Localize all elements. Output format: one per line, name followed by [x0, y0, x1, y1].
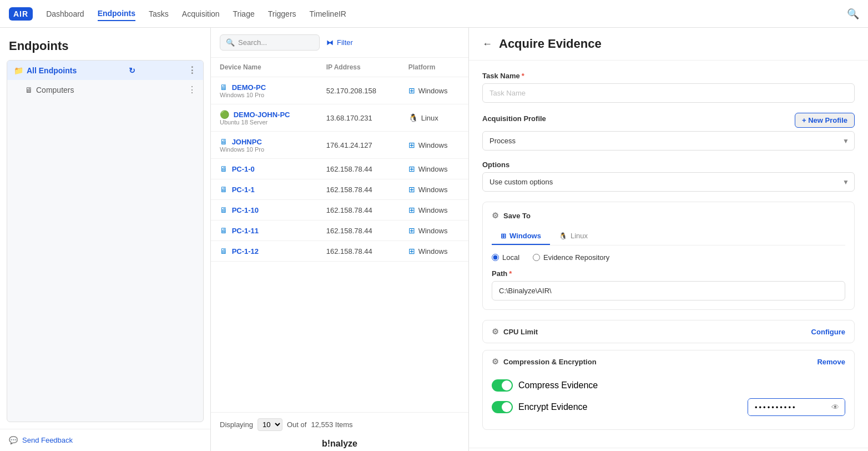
path-input[interactable] — [492, 281, 845, 300]
center-panel: 🔍 Search... ⧓ Filter Device Name IP Addr… — [211, 28, 468, 451]
device-icon: 🖥 — [220, 164, 228, 173]
col-ip-address: IP Address — [317, 58, 400, 77]
toggle-password-visibility[interactable]: 👁 — [826, 399, 845, 415]
platform-label: Windows — [418, 227, 448, 235]
cpu-settings-icon: ⚙ — [492, 327, 499, 336]
save-to-section: ⚙ Save To ⊞ Windows 🐧 Linux — [482, 202, 855, 310]
ip-address-cell: 162.158.78.44 — [317, 200, 400, 221]
send-feedback[interactable]: 💬 Send Feedback — [0, 429, 210, 451]
task-name-group: Task Name * — [482, 72, 855, 103]
table-row: 🟢 DEMO-JOHN-PC Ubuntu 18 Server 13.68.17… — [211, 104, 468, 132]
device-name-link[interactable]: DEMO-JOHN-PC — [234, 111, 290, 119]
tab-windows[interactable]: ⊞ Windows — [492, 228, 550, 245]
platform-label: Windows — [418, 87, 448, 95]
device-sub: Windows 10 Pro — [220, 92, 309, 98]
nav-triage[interactable]: Triage — [233, 7, 255, 21]
total-items: 12,553 Items — [311, 420, 352, 429]
platform-label: Windows — [418, 247, 448, 255]
filter-button[interactable]: ⧓ Filter — [326, 38, 353, 47]
panel-footer: Cancel Start — [469, 448, 868, 451]
compression-section: ⚙ Compression & Encryption Remove Compre… — [482, 350, 855, 430]
options-select-wrapper: Use custom options Use default options ▼ — [482, 172, 855, 192]
search-icon[interactable]: 🔍 — [847, 8, 859, 20]
nav-timelineir[interactable]: TimelineIR — [310, 7, 346, 21]
device-icon: 🖥 — [220, 206, 228, 214]
panel-body: Task Name * Acquisition Profile + New Pr… — [469, 61, 868, 448]
profile-select[interactable]: Process Full Custom — [482, 131, 855, 151]
compression-header[interactable]: ⚙ Compression & Encryption Remove — [483, 350, 854, 373]
displaying-label: Displaying — [220, 420, 253, 429]
compress-toggle[interactable] — [492, 379, 513, 392]
device-name-link[interactable]: PC-1-1 — [232, 186, 255, 194]
compression-label: Compression & Encryption — [503, 358, 597, 366]
top-nav: AIR Dashboard Endpoints Tasks Acquisitio… — [0, 0, 868, 28]
os-icon: 🐧 — [408, 113, 418, 122]
per-page-select[interactable]: 10 25 50 — [258, 418, 282, 431]
device-name-link[interactable]: DEMO-PC — [232, 83, 266, 92]
evidence-repo-radio-label[interactable]: Evidence Repository — [533, 253, 609, 262]
local-radio-label[interactable]: Local — [492, 253, 519, 262]
nav-tasks[interactable]: Tasks — [149, 7, 169, 21]
feedback-icon: 💬 — [9, 436, 18, 444]
device-name-link[interactable]: PC-1-12 — [232, 247, 259, 255]
ip-address-cell: 162.158.78.44 — [317, 179, 400, 200]
options-label: Options — [482, 161, 855, 169]
local-radio[interactable] — [492, 254, 499, 261]
cpu-limit-header[interactable]: ⚙ CPU Limit Configure — [483, 320, 854, 343]
new-profile-button[interactable]: + New Profile — [795, 113, 855, 128]
device-name-link[interactable]: PC-1-11 — [232, 227, 259, 235]
options-select[interactable]: Use custom options Use default options — [482, 172, 855, 192]
configure-link[interactable]: Configure — [811, 328, 845, 336]
settings-icon: ⚙ — [492, 211, 499, 220]
computers-more-icon[interactable]: ⋮ — [188, 84, 196, 95]
os-tabs: ⊞ Windows 🐧 Linux — [492, 228, 845, 245]
evidence-repo-label: Evidence Repository — [543, 253, 609, 262]
platform-cell: ⊞ Windows — [400, 179, 468, 200]
nav-dashboard[interactable]: Dashboard — [46, 7, 84, 21]
nav-acquisition[interactable]: Acquisition — [182, 7, 220, 21]
device-name-link[interactable]: PC-1-0 — [232, 165, 255, 173]
filter-icon: ⧓ — [326, 38, 334, 47]
acquisition-profile-group: Acquisition Profile + New Profile Proces… — [482, 113, 855, 151]
filter-label: Filter — [337, 38, 353, 47]
evidence-repo-radio[interactable] — [533, 254, 540, 261]
nav-triggers[interactable]: Triggers — [268, 7, 296, 21]
device-icon: 🖥 — [220, 137, 228, 146]
toolbar: 🔍 Search... ⧓ Filter — [211, 28, 468, 58]
device-icon: 🖥 — [220, 83, 228, 92]
ip-address-cell: 162.158.78.44 — [317, 159, 400, 179]
search-box[interactable]: 🔍 Search... — [220, 34, 320, 51]
sidebar-item-all-endpoints[interactable]: 📁 All Endpoints ↻ ⋮ — [7, 61, 203, 80]
refresh-icon[interactable]: ↻ — [129, 66, 135, 75]
table-row: 🖥 PC-1-11 162.158.78.44 ⊞ Windows — [211, 221, 468, 241]
task-name-input[interactable] — [482, 83, 855, 103]
device-name-cell: 🖥 PC-1-10 — [211, 200, 317, 221]
device-name-link[interactable]: JOHNPC — [232, 138, 262, 146]
nav-endpoints[interactable]: Endpoints — [98, 7, 135, 21]
device-name-cell: 🖥 JOHNPC Windows 10 Pro — [211, 132, 317, 159]
device-name-link[interactable]: PC-1-10 — [232, 206, 259, 214]
table-row: 🖥 PC-1-0 162.158.78.44 ⊞ Windows — [211, 159, 468, 179]
search-placeholder: Search... — [238, 38, 267, 47]
device-name-cell: 🖥 PC-1-12 — [211, 241, 317, 262]
search-icon: 🔍 — [226, 38, 235, 47]
platform-cell: 🐧 Linux — [400, 104, 468, 132]
encrypt-toggle[interactable] — [492, 401, 513, 413]
device-name-cell: 🖥 DEMO-PC Windows 10 Pro — [211, 77, 317, 104]
path-label: Path * — [492, 269, 845, 278]
acquisition-profile-label: Acquisition Profile — [482, 114, 546, 123]
more-options-icon[interactable]: ⋮ — [188, 65, 196, 76]
device-name-cell: 🟢 DEMO-JOHN-PC Ubuntu 18 Server — [211, 104, 317, 132]
binalyze-logo: b!nalyze — [211, 437, 468, 451]
device-icon: 🟢 — [220, 110, 229, 119]
table-row: 🖥 PC-1-1 162.158.78.44 ⊞ Windows — [211, 179, 468, 200]
tab-linux[interactable]: 🐧 Linux — [550, 228, 597, 245]
os-icon: ⊞ — [408, 86, 415, 95]
platform-label: Windows — [418, 165, 448, 173]
encrypt-password-input[interactable] — [748, 399, 826, 415]
platform-cell: ⊞ Windows — [400, 221, 468, 241]
back-button[interactable]: ← — [482, 38, 492, 50]
col-platform: Platform — [400, 58, 468, 77]
sidebar-item-computers[interactable]: 🖥 Computers ⋮ — [7, 80, 203, 99]
remove-link[interactable]: Remove — [817, 358, 845, 366]
